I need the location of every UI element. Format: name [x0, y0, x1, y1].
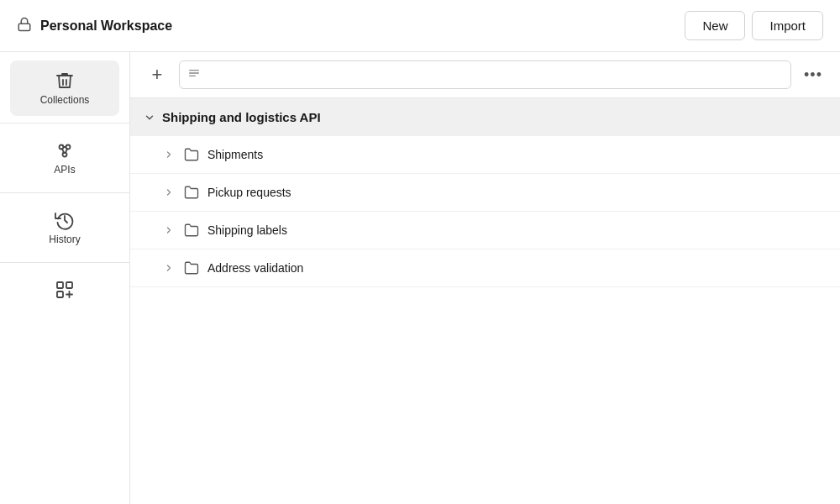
collections-icon: [55, 71, 75, 91]
collections-label: Collections: [40, 94, 90, 106]
add-square-icon: [55, 280, 75, 300]
header-left: Personal Workspace: [17, 17, 172, 35]
address-chevron-icon: [164, 263, 176, 273]
collection-tree: Shipping and logistics API: [130, 98, 840, 504]
shipments-label: Shipments: [207, 148, 263, 161]
collection-title: Shipping and logistics API: [162, 110, 321, 124]
apis-label: APIs: [54, 164, 75, 176]
apis-icon: [55, 140, 75, 160]
folder-item-pickup-requests[interactable]: Pickup requests: [130, 174, 840, 212]
shipping-labels-folder-icon: [184, 223, 199, 238]
search-input[interactable]: [179, 60, 791, 89]
main-layout: Collections APIs: [0, 52, 840, 504]
workspace-title: Personal Workspace: [40, 18, 172, 34]
folder-item-shipping-labels[interactable]: Shipping labels: [130, 212, 840, 249]
svg-rect-9: [57, 291, 63, 297]
shipping-labels-chevron-icon: [164, 225, 176, 235]
svg-line-6: [66, 149, 67, 153]
svg-line-5: [62, 149, 64, 153]
sidebar-item-apis[interactable]: APIs: [10, 130, 119, 186]
pickup-requests-label: Pickup requests: [207, 186, 291, 199]
folder-items: Shipments Pickup requests: [130, 136, 840, 287]
folder-item-address-validation[interactable]: Address validation: [130, 249, 840, 287]
new-button[interactable]: New: [685, 11, 745, 40]
add-button[interactable]: +: [144, 61, 171, 88]
sidebar-item-collections[interactable]: Collections: [10, 60, 119, 116]
sidebar: Collections APIs: [0, 52, 130, 504]
address-validation-label: Address validation: [207, 261, 303, 275]
filter-icon: [187, 66, 201, 83]
toolbar: + •••: [130, 52, 840, 98]
expand-chevron-icon: [144, 112, 155, 123]
header-actions: New Import: [685, 11, 823, 40]
collection-header[interactable]: Shipping and logistics API: [130, 98, 840, 136]
shipping-labels-label: Shipping labels: [207, 223, 287, 237]
pickup-folder-icon: [184, 185, 199, 200]
svg-rect-7: [57, 282, 63, 288]
import-button[interactable]: Import: [752, 11, 823, 40]
sidebar-item-add[interactable]: [10, 270, 119, 310]
plus-icon: +: [152, 66, 163, 84]
history-icon: [55, 210, 75, 230]
sidebar-divider-1: [0, 123, 129, 123]
app-header: Personal Workspace New Import: [0, 0, 840, 52]
address-folder-icon: [184, 260, 199, 276]
search-wrapper: [179, 60, 791, 89]
shipments-folder-icon: [184, 147, 199, 162]
svg-rect-0: [18, 24, 30, 30]
pickup-chevron-icon: [164, 187, 176, 197]
sidebar-divider-3: [0, 262, 129, 263]
folder-item-shipments[interactable]: Shipments: [130, 136, 840, 174]
more-options-button[interactable]: •••: [800, 61, 827, 88]
sidebar-item-history[interactable]: History: [10, 200, 119, 255]
sidebar-divider-2: [0, 192, 129, 193]
history-label: History: [49, 234, 80, 245]
lock-icon: [17, 17, 32, 35]
content-area: + •••: [130, 52, 840, 504]
shipments-chevron-icon: [164, 150, 176, 160]
svg-rect-8: [66, 282, 72, 288]
